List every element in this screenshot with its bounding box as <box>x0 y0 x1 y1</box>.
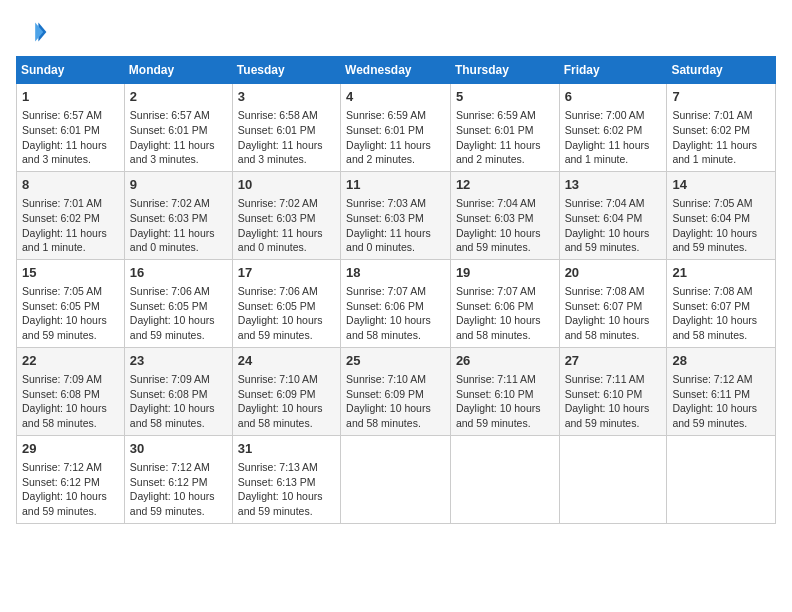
weekday-header: Wednesday <box>341 57 451 84</box>
calendar-cell: 10 Sunrise: 7:02 AM Sunset: 6:03 PM Dayl… <box>232 171 340 259</box>
day-number: 7 <box>672 88 770 106</box>
day-info: Sunrise: 7:08 AM Sunset: 6:07 PM Dayligh… <box>565 284 662 343</box>
weekday-header: Friday <box>559 57 667 84</box>
weekday-header: Monday <box>124 57 232 84</box>
day-number: 24 <box>238 352 335 370</box>
calendar-cell: 19 Sunrise: 7:07 AM Sunset: 6:06 PM Dayl… <box>450 259 559 347</box>
calendar-cell: 24 Sunrise: 7:10 AM Sunset: 6:09 PM Dayl… <box>232 347 340 435</box>
day-info: Sunrise: 6:59 AM Sunset: 6:01 PM Dayligh… <box>456 108 554 167</box>
calendar-cell <box>341 435 451 523</box>
day-info: Sunrise: 7:11 AM Sunset: 6:10 PM Dayligh… <box>456 372 554 431</box>
day-info: Sunrise: 7:04 AM Sunset: 6:04 PM Dayligh… <box>565 196 662 255</box>
day-number: 10 <box>238 176 335 194</box>
weekday-header: Tuesday <box>232 57 340 84</box>
day-info: Sunrise: 7:01 AM Sunset: 6:02 PM Dayligh… <box>22 196 119 255</box>
calendar-cell: 25 Sunrise: 7:10 AM Sunset: 6:09 PM Dayl… <box>341 347 451 435</box>
calendar-cell: 27 Sunrise: 7:11 AM Sunset: 6:10 PM Dayl… <box>559 347 667 435</box>
day-info: Sunrise: 7:10 AM Sunset: 6:09 PM Dayligh… <box>238 372 335 431</box>
calendar-cell <box>450 435 559 523</box>
calendar-cell: 11 Sunrise: 7:03 AM Sunset: 6:03 PM Dayl… <box>341 171 451 259</box>
day-number: 27 <box>565 352 662 370</box>
calendar-cell: 6 Sunrise: 7:00 AM Sunset: 6:02 PM Dayli… <box>559 84 667 172</box>
day-number: 15 <box>22 264 119 282</box>
calendar-cell: 21 Sunrise: 7:08 AM Sunset: 6:07 PM Dayl… <box>667 259 776 347</box>
calendar-cell: 4 Sunrise: 6:59 AM Sunset: 6:01 PM Dayli… <box>341 84 451 172</box>
day-number: 1 <box>22 88 119 106</box>
calendar-cell: 16 Sunrise: 7:06 AM Sunset: 6:05 PM Dayl… <box>124 259 232 347</box>
calendar-cell: 5 Sunrise: 6:59 AM Sunset: 6:01 PM Dayli… <box>450 84 559 172</box>
day-info: Sunrise: 7:12 AM Sunset: 6:12 PM Dayligh… <box>22 460 119 519</box>
day-info: Sunrise: 6:57 AM Sunset: 6:01 PM Dayligh… <box>130 108 227 167</box>
calendar-cell: 7 Sunrise: 7:01 AM Sunset: 6:02 PM Dayli… <box>667 84 776 172</box>
day-info: Sunrise: 7:06 AM Sunset: 6:05 PM Dayligh… <box>238 284 335 343</box>
day-info: Sunrise: 7:12 AM Sunset: 6:11 PM Dayligh… <box>672 372 770 431</box>
day-number: 18 <box>346 264 445 282</box>
calendar-cell: 31 Sunrise: 7:13 AM Sunset: 6:13 PM Dayl… <box>232 435 340 523</box>
calendar-cell: 20 Sunrise: 7:08 AM Sunset: 6:07 PM Dayl… <box>559 259 667 347</box>
day-number: 16 <box>130 264 227 282</box>
page-container: SundayMondayTuesdayWednesdayThursdayFrid… <box>16 16 776 524</box>
calendar-week-row: 29 Sunrise: 7:12 AM Sunset: 6:12 PM Dayl… <box>17 435 776 523</box>
calendar-cell: 26 Sunrise: 7:11 AM Sunset: 6:10 PM Dayl… <box>450 347 559 435</box>
day-info: Sunrise: 7:05 AM Sunset: 6:04 PM Dayligh… <box>672 196 770 255</box>
day-number: 26 <box>456 352 554 370</box>
day-number: 3 <box>238 88 335 106</box>
weekday-header: Sunday <box>17 57 125 84</box>
day-info: Sunrise: 7:09 AM Sunset: 6:08 PM Dayligh… <box>130 372 227 431</box>
day-number: 8 <box>22 176 119 194</box>
day-number: 11 <box>346 176 445 194</box>
calendar-cell <box>559 435 667 523</box>
day-number: 25 <box>346 352 445 370</box>
calendar-cell: 8 Sunrise: 7:01 AM Sunset: 6:02 PM Dayli… <box>17 171 125 259</box>
weekday-header: Saturday <box>667 57 776 84</box>
weekday-header-row: SundayMondayTuesdayWednesdayThursdayFrid… <box>17 57 776 84</box>
day-info: Sunrise: 7:08 AM Sunset: 6:07 PM Dayligh… <box>672 284 770 343</box>
calendar-cell: 13 Sunrise: 7:04 AM Sunset: 6:04 PM Dayl… <box>559 171 667 259</box>
day-info: Sunrise: 7:03 AM Sunset: 6:03 PM Dayligh… <box>346 196 445 255</box>
day-number: 14 <box>672 176 770 194</box>
day-info: Sunrise: 6:59 AM Sunset: 6:01 PM Dayligh… <box>346 108 445 167</box>
calendar-cell: 30 Sunrise: 7:12 AM Sunset: 6:12 PM Dayl… <box>124 435 232 523</box>
day-info: Sunrise: 7:01 AM Sunset: 6:02 PM Dayligh… <box>672 108 770 167</box>
calendar-week-row: 22 Sunrise: 7:09 AM Sunset: 6:08 PM Dayl… <box>17 347 776 435</box>
weekday-header: Thursday <box>450 57 559 84</box>
calendar-cell <box>667 435 776 523</box>
logo <box>16 16 52 48</box>
day-info: Sunrise: 7:13 AM Sunset: 6:13 PM Dayligh… <box>238 460 335 519</box>
calendar-cell: 18 Sunrise: 7:07 AM Sunset: 6:06 PM Dayl… <box>341 259 451 347</box>
day-number: 28 <box>672 352 770 370</box>
calendar-cell: 3 Sunrise: 6:58 AM Sunset: 6:01 PM Dayli… <box>232 84 340 172</box>
day-number: 23 <box>130 352 227 370</box>
day-info: Sunrise: 7:05 AM Sunset: 6:05 PM Dayligh… <box>22 284 119 343</box>
day-number: 29 <box>22 440 119 458</box>
day-number: 4 <box>346 88 445 106</box>
day-number: 19 <box>456 264 554 282</box>
day-number: 9 <box>130 176 227 194</box>
calendar-cell: 29 Sunrise: 7:12 AM Sunset: 6:12 PM Dayl… <box>17 435 125 523</box>
day-info: Sunrise: 7:09 AM Sunset: 6:08 PM Dayligh… <box>22 372 119 431</box>
day-info: Sunrise: 6:58 AM Sunset: 6:01 PM Dayligh… <box>238 108 335 167</box>
day-info: Sunrise: 6:57 AM Sunset: 6:01 PM Dayligh… <box>22 108 119 167</box>
calendar-cell: 1 Sunrise: 6:57 AM Sunset: 6:01 PM Dayli… <box>17 84 125 172</box>
day-number: 31 <box>238 440 335 458</box>
day-info: Sunrise: 7:10 AM Sunset: 6:09 PM Dayligh… <box>346 372 445 431</box>
calendar-week-row: 1 Sunrise: 6:57 AM Sunset: 6:01 PM Dayli… <box>17 84 776 172</box>
day-number: 12 <box>456 176 554 194</box>
day-info: Sunrise: 7:11 AM Sunset: 6:10 PM Dayligh… <box>565 372 662 431</box>
day-number: 17 <box>238 264 335 282</box>
calendar-cell: 23 Sunrise: 7:09 AM Sunset: 6:08 PM Dayl… <box>124 347 232 435</box>
day-info: Sunrise: 7:04 AM Sunset: 6:03 PM Dayligh… <box>456 196 554 255</box>
day-number: 5 <box>456 88 554 106</box>
day-info: Sunrise: 7:12 AM Sunset: 6:12 PM Dayligh… <box>130 460 227 519</box>
calendar-table: SundayMondayTuesdayWednesdayThursdayFrid… <box>16 56 776 524</box>
calendar-cell: 22 Sunrise: 7:09 AM Sunset: 6:08 PM Dayl… <box>17 347 125 435</box>
header <box>16 16 776 48</box>
day-info: Sunrise: 7:00 AM Sunset: 6:02 PM Dayligh… <box>565 108 662 167</box>
calendar-cell: 9 Sunrise: 7:02 AM Sunset: 6:03 PM Dayli… <box>124 171 232 259</box>
calendar-week-row: 8 Sunrise: 7:01 AM Sunset: 6:02 PM Dayli… <box>17 171 776 259</box>
day-info: Sunrise: 7:02 AM Sunset: 6:03 PM Dayligh… <box>238 196 335 255</box>
day-number: 21 <box>672 264 770 282</box>
day-info: Sunrise: 7:07 AM Sunset: 6:06 PM Dayligh… <box>456 284 554 343</box>
calendar-cell: 17 Sunrise: 7:06 AM Sunset: 6:05 PM Dayl… <box>232 259 340 347</box>
day-number: 30 <box>130 440 227 458</box>
